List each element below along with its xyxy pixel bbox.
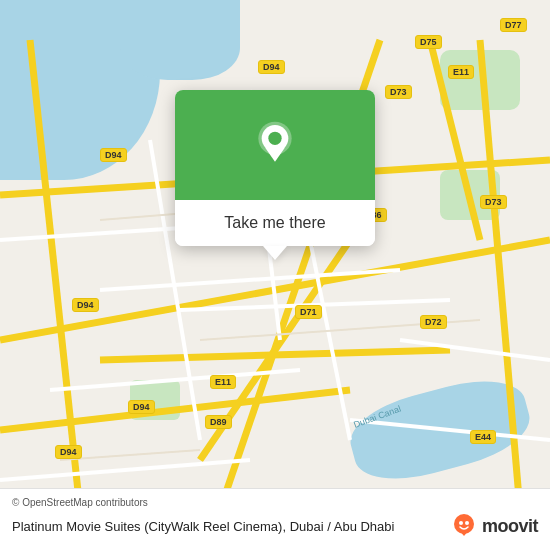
map-container: Dubai Canal D77D75D94E11D73D94D86D94D71D… <box>0 0 550 550</box>
bottom-bar: © OpenStreetMap contributors Platinum Mo… <box>0 488 550 550</box>
road-badge-r16: D94 <box>55 445 82 459</box>
road-badge-r6: D94 <box>100 148 127 162</box>
road-badge-r14: D89 <box>205 415 232 429</box>
moovit-icon <box>450 512 478 540</box>
bottom-row: Platinum Movie Suites (CityWalk Reel Cin… <box>12 512 538 540</box>
svg-line-3 <box>0 390 350 430</box>
road-badge-r12: E11 <box>210 375 236 389</box>
take-me-there-button[interactable]: Take me there <box>175 200 375 246</box>
road-badge-r8: D94 <box>72 298 99 312</box>
svg-line-12 <box>100 270 400 290</box>
road-badge-r5: D73 <box>385 85 412 99</box>
location-popup: Take me there <box>175 90 375 246</box>
road-badge-r3: D94 <box>258 60 285 74</box>
popup-icon-area <box>175 90 375 200</box>
road-badge-r13: D94 <box>128 400 155 414</box>
location-pin-icon <box>250 120 300 170</box>
road-badge-r11: D73 <box>480 195 507 209</box>
svg-line-6 <box>30 40 80 510</box>
road-badge-r10: D72 <box>420 315 447 329</box>
svg-line-14 <box>0 460 250 480</box>
place-name: Platinum Movie Suites (CityWalk Reel Cin… <box>12 519 450 534</box>
moovit-logo: moovit <box>450 512 538 540</box>
svg-line-18 <box>350 420 550 440</box>
road-badge-r1: D77 <box>500 18 527 32</box>
svg-point-29 <box>465 521 469 525</box>
moovit-text: moovit <box>482 516 538 537</box>
road-network: Dubai Canal <box>0 0 550 550</box>
road-badge-r2: D75 <box>415 35 442 49</box>
road-badge-r9: D71 <box>295 305 322 319</box>
svg-point-28 <box>459 521 463 525</box>
road-badge-r15: E44 <box>470 430 496 444</box>
svg-point-25 <box>268 132 281 145</box>
map-attribution: © OpenStreetMap contributors <box>12 497 538 508</box>
svg-marker-26 <box>265 148 285 162</box>
road-badge-r4: E11 <box>448 65 474 79</box>
